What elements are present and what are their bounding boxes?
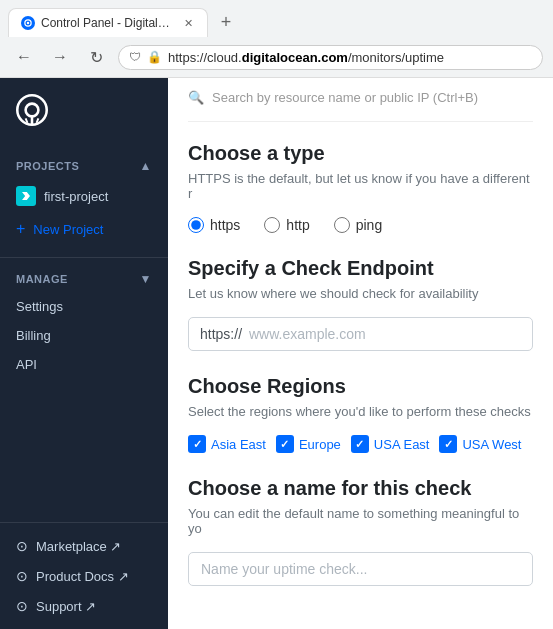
check-endpoint-title: Specify a Check Endpoint xyxy=(188,257,533,280)
https-label: https xyxy=(210,217,240,233)
support-icon: ⊙ xyxy=(16,598,28,614)
support-label: Support ↗ xyxy=(36,599,96,614)
sidebar: PROJECTS ▲ first-project + New Project M… xyxy=(0,78,168,629)
first-project-label: first-project xyxy=(44,189,108,204)
marketplace-label: Marketplace ↗ xyxy=(36,539,121,554)
docs-icon: ⊙ xyxy=(16,568,28,584)
security-icon: 🛡 xyxy=(129,50,141,64)
sidebar-item-first-project[interactable]: first-project xyxy=(0,179,168,213)
choose-regions-title: Choose Regions xyxy=(188,375,533,398)
search-bar[interactable]: 🔍 Search by resource name or public IP (… xyxy=(188,78,533,122)
usa-west-label: USA West xyxy=(462,437,521,452)
projects-chevron: ▲ xyxy=(140,159,152,173)
endpoint-input-wrapper: https:// xyxy=(188,317,533,351)
address-prefix: https://cloud. xyxy=(168,50,242,65)
manage-section: MANAGE ▼ Settings Billing API xyxy=(0,262,168,383)
manage-chevron: ▼ xyxy=(140,272,152,286)
region-usa-west[interactable]: USA West xyxy=(439,435,521,453)
product-docs-label: Product Docs ↗ xyxy=(36,569,129,584)
projects-label: PROJECTS xyxy=(16,160,79,172)
tab-close-button[interactable]: ✕ xyxy=(181,15,195,31)
ping-radio[interactable] xyxy=(334,217,350,233)
http-radio-label[interactable]: http xyxy=(264,217,309,233)
address-bar[interactable]: 🛡 🔒 https://cloud.digitalocean.com/monit… xyxy=(118,45,543,70)
europe-label: Europe xyxy=(299,437,341,452)
usa-east-label: USA East xyxy=(374,437,430,452)
lock-icon: 🔒 xyxy=(147,50,162,64)
tab-title: Control Panel - DigitalOcean xyxy=(41,16,171,30)
search-placeholder: Search by resource name or public IP (Ct… xyxy=(212,90,478,105)
ping-radio-label[interactable]: ping xyxy=(334,217,382,233)
logo xyxy=(0,78,168,145)
regions-row: Asia East Europe USA East USA West xyxy=(188,435,533,453)
browser-chrome: Control Panel - DigitalOcean ✕ + ← → ↻ 🛡… xyxy=(0,0,553,78)
choose-name-section: Choose a name for this check You can edi… xyxy=(188,477,533,586)
choose-name-title: Choose a name for this check xyxy=(188,477,533,500)
sidebar-divider xyxy=(0,257,168,258)
svg-point-1 xyxy=(27,22,30,25)
sidebar-item-marketplace[interactable]: ⊙ Marketplace ↗ xyxy=(0,531,168,561)
project-icon xyxy=(16,186,36,206)
check-name-input[interactable] xyxy=(188,552,533,586)
choose-type-desc: HTTPS is the default, but let us know if… xyxy=(188,171,533,201)
main-content: 🔍 Search by resource name or public IP (… xyxy=(168,78,553,629)
manage-label: MANAGE xyxy=(16,273,68,285)
asia-east-checkbox-icon xyxy=(188,435,206,453)
protocol-radio-group: https http ping xyxy=(188,217,533,233)
sidebar-item-api[interactable]: API xyxy=(0,350,168,379)
http-label: http xyxy=(286,217,309,233)
new-project-item[interactable]: + New Project xyxy=(0,213,168,245)
svg-point-3 xyxy=(26,104,39,117)
back-button[interactable]: ← xyxy=(10,43,38,71)
address-domain: digitalocean.com xyxy=(242,50,348,65)
forward-button[interactable]: → xyxy=(46,43,74,71)
europe-checkbox-icon xyxy=(276,435,294,453)
sidebar-item-settings[interactable]: Settings xyxy=(0,292,168,321)
search-icon: 🔍 xyxy=(188,90,204,105)
reload-button[interactable]: ↻ xyxy=(82,43,110,71)
address-text: https://cloud.digitalocean.com/monitors/… xyxy=(168,50,444,65)
choose-regions-desc: Select the regions where you'd like to p… xyxy=(188,404,533,419)
new-tab-button[interactable]: + xyxy=(212,9,240,37)
sidebar-item-product-docs[interactable]: ⊙ Product Docs ↗ xyxy=(0,561,168,591)
tab-bar: Control Panel - DigitalOcean ✕ + xyxy=(0,0,553,37)
usa-east-checkbox-icon xyxy=(351,435,369,453)
https-radio-label[interactable]: https xyxy=(188,217,240,233)
choose-type-section: Choose a type HTTPS is the default, but … xyxy=(188,142,533,233)
sidebar-footer: ⊙ Marketplace ↗ ⊙ Product Docs ↗ ⊙ Suppo… xyxy=(0,522,168,629)
region-usa-east[interactable]: USA East xyxy=(351,435,430,453)
sidebar-item-billing[interactable]: Billing xyxy=(0,321,168,350)
region-europe[interactable]: Europe xyxy=(276,435,341,453)
region-asia-east[interactable]: Asia East xyxy=(188,435,266,453)
endpoint-input[interactable] xyxy=(188,317,533,351)
ping-label: ping xyxy=(356,217,382,233)
projects-section: PROJECTS ▲ first-project + New Project xyxy=(0,145,168,253)
https-radio[interactable] xyxy=(188,217,204,233)
manage-section-header[interactable]: MANAGE ▼ xyxy=(0,266,168,292)
choose-type-title: Choose a type xyxy=(188,142,533,165)
usa-west-checkbox-icon xyxy=(439,435,457,453)
active-tab[interactable]: Control Panel - DigitalOcean ✕ xyxy=(8,8,208,37)
http-radio[interactable] xyxy=(264,217,280,233)
check-endpoint-desc: Let us know where we should check for av… xyxy=(188,286,533,301)
new-project-label: New Project xyxy=(33,222,103,237)
marketplace-icon: ⊙ xyxy=(16,538,28,554)
tab-favicon xyxy=(21,16,35,30)
address-path: /monitors/uptime xyxy=(348,50,444,65)
navigation-bar: ← → ↻ 🛡 🔒 https://cloud.digitalocean.com… xyxy=(0,37,553,77)
check-endpoint-section: Specify a Check Endpoint Let us know whe… xyxy=(188,257,533,351)
projects-section-header[interactable]: PROJECTS ▲ xyxy=(0,153,168,179)
choose-name-desc: You can edit the default name to somethi… xyxy=(188,506,533,536)
app-body: PROJECTS ▲ first-project + New Project M… xyxy=(0,78,553,629)
choose-regions-section: Choose Regions Select the regions where … xyxy=(188,375,533,453)
plus-icon: + xyxy=(16,220,25,238)
asia-east-label: Asia East xyxy=(211,437,266,452)
sidebar-item-support[interactable]: ⊙ Support ↗ xyxy=(0,591,168,621)
